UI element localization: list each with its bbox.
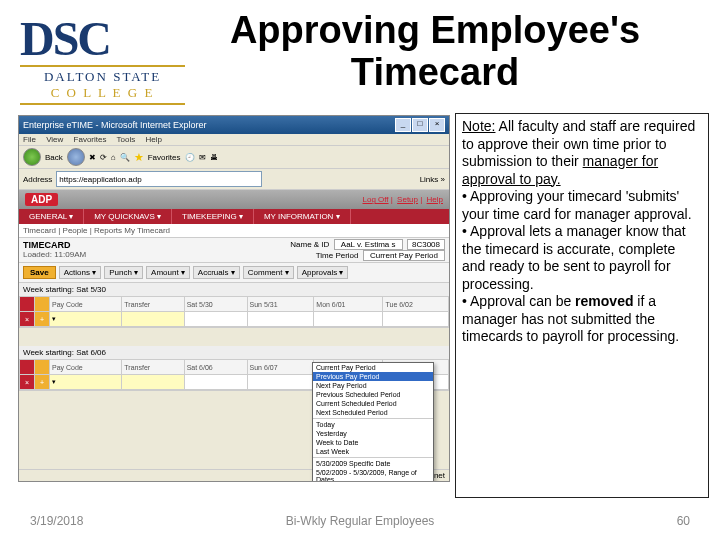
window-buttons[interactable]: _□× xyxy=(394,118,445,132)
cell[interactable] xyxy=(247,375,314,390)
delete-row-icon[interactable]: × xyxy=(20,375,35,390)
cell[interactable] xyxy=(383,312,449,327)
cell[interactable] xyxy=(122,375,184,390)
cell[interactable] xyxy=(122,312,184,327)
accruals-menu[interactable]: Accruals ▾ xyxy=(193,266,240,279)
col-transfer: Transfer xyxy=(122,360,184,375)
cell[interactable] xyxy=(184,312,247,327)
logoff-link[interactable]: Log Off xyxy=(362,195,388,204)
maximize-icon[interactable]: □ xyxy=(412,118,428,132)
help-link[interactable]: Help xyxy=(427,195,443,204)
timecard-title: TIMECARD xyxy=(23,240,86,250)
time-period-dropdown[interactable]: Current Pay Period Previous Pay Period N… xyxy=(312,362,434,482)
back-label[interactable]: Back xyxy=(45,153,63,162)
dd-item[interactable]: Today xyxy=(313,420,433,429)
timecard-header: TIMECARD Loaded: 11:09AM Name & ID AaL v… xyxy=(19,238,449,263)
setup-link[interactable]: Setup xyxy=(397,195,418,204)
links-label[interactable]: Links » xyxy=(420,175,445,184)
name-value[interactable]: AaL v. Estima s xyxy=(334,239,403,250)
cell[interactable] xyxy=(184,375,247,390)
print-icon[interactable]: 🖶 xyxy=(210,153,218,162)
add-row-icon[interactable]: + xyxy=(35,312,50,327)
week1-label: Week starting: Sat 5/30 xyxy=(19,283,449,296)
punch-menu[interactable]: Punch ▾ xyxy=(104,266,143,279)
ie-addressbar[interactable]: Address Links » xyxy=(19,169,449,190)
menu-file[interactable]: File xyxy=(23,135,36,144)
logo-name: DALTON STATE C O L L E G E xyxy=(20,65,185,105)
note-callout: Note: All faculty and staff are required… xyxy=(455,113,709,498)
ie-menubar[interactable]: File View Favorites Tools Help xyxy=(19,134,449,146)
menu-favorites[interactable]: Favorites xyxy=(74,135,107,144)
note-lead: Note: xyxy=(462,118,495,134)
adp-header-links[interactable]: Log Off | Setup | Help xyxy=(360,195,443,204)
cell[interactable]: ▾ xyxy=(50,375,122,390)
nav-timekeeping[interactable]: TIMEKEEPING ▾ xyxy=(172,209,254,224)
delete-row-icon[interactable]: × xyxy=(20,312,35,327)
col-d2: Sun 6/07 xyxy=(247,360,314,375)
cell[interactable]: ▾ xyxy=(50,312,122,327)
dd-item[interactable]: 5/30/2009 Specific Date xyxy=(313,459,433,468)
comment-menu[interactable]: Comment ▾ xyxy=(243,266,294,279)
approvals-menu[interactable]: Approvals ▾ xyxy=(297,266,349,279)
dd-item[interactable]: Previous Scheduled Period xyxy=(313,390,433,399)
nav-general[interactable]: GENERAL ▾ xyxy=(19,209,84,224)
dd-item[interactable]: Next Pay Period xyxy=(313,381,433,390)
add-row-icon[interactable]: + xyxy=(35,375,50,390)
ie-titlebar: Enterprise eTIME - Microsoft Internet Ex… xyxy=(19,116,449,134)
timecard-actions[interactable]: Save Actions ▾ Punch ▾ Amount ▾ Accruals… xyxy=(19,263,449,283)
stop-icon[interactable]: ✖ xyxy=(89,153,96,162)
adp-nav[interactable]: GENERAL ▾ MY QUICKNAVS ▾ TIMEKEEPING ▾ M… xyxy=(19,209,449,224)
window-title: Enterprise eTIME - Microsoft Internet Ex… xyxy=(23,120,207,130)
address-label: Address xyxy=(23,175,52,184)
minimize-icon[interactable]: _ xyxy=(395,118,411,132)
search-icon[interactable]: 🔍 xyxy=(120,153,130,162)
dd-item[interactable]: Current Scheduled Period xyxy=(313,399,433,408)
back-icon[interactable] xyxy=(23,148,41,166)
period-select[interactable]: Current Pay Period xyxy=(363,250,445,261)
week2-label: Week starting: Sat 6/06 xyxy=(19,346,449,359)
cell[interactable] xyxy=(314,312,383,327)
name-label: Name & ID xyxy=(290,240,329,249)
save-button[interactable]: Save xyxy=(23,266,56,279)
favorites-label[interactable]: Favorites xyxy=(148,153,181,162)
mail-icon[interactable]: ✉ xyxy=(199,153,206,162)
footer-center: Bi-Wkly Regular Employees xyxy=(0,514,720,528)
logo-abbr: DSC xyxy=(20,15,185,63)
dd-item[interactable]: Next Scheduled Period xyxy=(313,408,433,417)
dd-item[interactable]: Previous Pay Period xyxy=(313,372,433,381)
table-row[interactable]: × + ▾ xyxy=(20,312,449,327)
nav-quicknavs[interactable]: MY QUICKNAVS ▾ xyxy=(84,209,172,224)
close-icon[interactable]: × xyxy=(429,118,445,132)
amount-menu[interactable]: Amount ▾ xyxy=(146,266,190,279)
actions-menu[interactable]: Actions ▾ xyxy=(59,266,101,279)
col-paycode: Pay Code xyxy=(50,360,122,375)
address-input[interactable] xyxy=(56,171,262,187)
dd-item[interactable]: 5/02/2009 - 5/30/2009, Range of Dates xyxy=(313,468,433,482)
forward-icon[interactable] xyxy=(67,148,85,166)
adp-header: ADP Log Off | Setup | Help xyxy=(19,190,449,209)
home-icon[interactable]: ⌂ xyxy=(111,153,116,162)
ie-toolbar[interactable]: Back ✖ ⟳ ⌂ 🔍 ★ Favorites 🕘 ✉ 🖶 xyxy=(19,146,449,169)
dd-item[interactable]: Last Week xyxy=(313,447,433,456)
menu-view[interactable]: View xyxy=(46,135,63,144)
note-bullet-3b: removed xyxy=(575,293,633,309)
dd-item[interactable]: Week to Date xyxy=(313,438,433,447)
timecard-grid-1[interactable]: Pay Code Transfer Sat 5/30 Sun 5/31 Mon … xyxy=(19,296,449,327)
breadcrumb[interactable]: Timecard | People | Reports My Timecard xyxy=(19,224,449,238)
dd-item[interactable]: Current Pay Period xyxy=(313,363,433,372)
refresh-icon[interactable]: ⟳ xyxy=(100,153,107,162)
col-paycode: Pay Code xyxy=(50,297,122,312)
note-bullet-3a: Approval can be xyxy=(470,293,575,309)
col-d4: Tue 6/02 xyxy=(383,297,449,312)
col-d3: Mon 6/01 xyxy=(314,297,383,312)
cell[interactable] xyxy=(247,312,314,327)
note-bullet-1: Approving your timecard 'submits' your t… xyxy=(462,188,692,222)
slide-title: Approving Employee's Timecard xyxy=(200,10,670,94)
nav-myinfo[interactable]: MY INFORMATION ▾ xyxy=(254,209,351,224)
dd-item[interactable]: Yesterday xyxy=(313,429,433,438)
history-icon[interactable]: 🕘 xyxy=(185,153,195,162)
col-d2: Sun 5/31 xyxy=(247,297,314,312)
menu-help[interactable]: Help xyxy=(145,135,161,144)
favorites-icon[interactable]: ★ xyxy=(134,151,144,164)
menu-tools[interactable]: Tools xyxy=(117,135,136,144)
